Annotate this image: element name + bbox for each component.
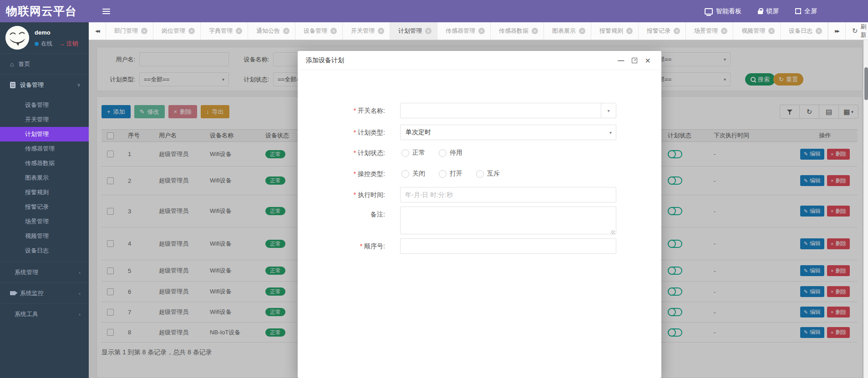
dialog-header[interactable]: 添加设备计划 — ↗ × — [298, 51, 661, 70]
sidebar-group[interactable]: 系统管理 ‹ — [0, 262, 89, 282]
radio-circle-icon[interactable] — [439, 170, 447, 178]
sidebar-group[interactable]: 系统工具 ‹ — [0, 303, 89, 324]
radio-circle-icon[interactable] — [439, 149, 447, 157]
sidebar-sub-item-item[interactable]: 设备管理 — [0, 98, 89, 112]
sidebar-group-device[interactable]: 设备管理 ∨ — [0, 74, 89, 95]
tab-close-icon[interactable]: × — [626, 28, 633, 34]
sidebar-sub-item-item[interactable]: 场景管理 — [0, 214, 89, 229]
monitor-icon — [705, 8, 713, 15]
tab-label: 部门管理 — [114, 27, 138, 35]
tab-close-icon[interactable]: × — [236, 28, 242, 34]
sidebar-sub-item-item[interactable]: 报警记录 — [0, 200, 89, 214]
tab[interactable]: 图表展示 × — [544, 22, 591, 40]
dialog-title: 添加设备计划 — [298, 56, 344, 65]
tab[interactable]: 岗位管理 × — [153, 22, 201, 40]
tab[interactable]: 开关管理 × — [343, 22, 390, 40]
tab-close-icon[interactable]: × — [674, 28, 680, 34]
radio-circle-icon[interactable] — [476, 170, 484, 178]
tab[interactable]: 视频管理 × — [733, 22, 781, 40]
tab-close-icon[interactable]: × — [425, 28, 431, 34]
tab-close-icon[interactable]: × — [721, 28, 727, 34]
tab-label: 通知公告 — [256, 27, 280, 35]
tab-close-icon[interactable]: × — [283, 28, 289, 34]
tab-close-icon[interactable]: × — [768, 28, 775, 34]
tabs-scroll-right-button[interactable]: ▶▶ — [828, 22, 846, 40]
avatar[interactable] — [5, 26, 29, 50]
top-menu-item[interactable]: 锁屏 — [758, 7, 779, 15]
sidebar-sub-item-item[interactable]: 开关管理 — [0, 112, 89, 127]
tab[interactable]: 部门管理 × — [106, 22, 153, 40]
remark-textarea[interactable] — [400, 207, 616, 234]
scrollbar-thumb[interactable] — [864, 67, 868, 100]
tab-label: 传感器管理 — [446, 27, 475, 35]
plan-status-radio-group: 正常 停用 — [401, 148, 476, 157]
tab-close-icon[interactable]: × — [141, 28, 147, 34]
tab[interactable]: 场景管理 × — [686, 22, 733, 40]
tab[interactable]: 设备管理 × — [295, 22, 343, 40]
tab-label: 视频管理 — [741, 27, 765, 35]
tab[interactable]: 计划管理 × — [390, 22, 437, 40]
sidebar-sub-item-active[interactable]: 计划管理 — [0, 127, 89, 141]
maximize-icon[interactable]: ↗ — [632, 58, 637, 63]
switch-name-label: *开关名称: — [298, 103, 385, 118]
minimize-icon[interactable]: — — [618, 57, 624, 64]
tab-close-icon[interactable]: × — [188, 28, 195, 34]
radio-circle-icon[interactable] — [401, 149, 409, 157]
logout-link[interactable]: → 注销 — [59, 40, 78, 48]
radio-option[interactable]: 打开 — [439, 170, 462, 178]
user-name: demo — [35, 29, 78, 36]
sidebar-sub-item-item[interactable]: 设备日志 — [0, 243, 89, 258]
plan-type-select[interactable]: 单次定时 ▾ — [400, 125, 616, 140]
order-no-input[interactable] — [400, 238, 616, 254]
tab-label: 设备日志 — [789, 27, 812, 35]
radio-circle-icon[interactable] — [401, 170, 409, 178]
order-no-label: *顺序号: — [298, 238, 385, 254]
sidebar-sub-item-item[interactable]: 传感器管理 — [0, 141, 89, 156]
control-type-radio-group: 关闭 打开 互斥 — [401, 169, 513, 178]
sidebar-sub-item-item[interactable]: 传感器数据 — [0, 156, 89, 171]
sidebar-sub-item-item[interactable]: 视频管理 — [0, 229, 89, 243]
exec-time-input[interactable] — [400, 187, 616, 202]
logout-label: 注销 — [66, 40, 78, 48]
sidebar-nav: ⌂ 首页 设备管理 ∨ 设备管理 开关管理 计划管理 传感器管理 — [0, 53, 89, 324]
tab[interactable]: 报警记录 × — [639, 22, 686, 40]
refresh-icon: ↻ — [852, 27, 858, 35]
tab[interactable]: 传感器管理 × — [437, 22, 491, 40]
vertical-scrollbar[interactable] — [863, 40, 868, 378]
tab[interactable]: 通知公告 × — [248, 22, 295, 40]
textarea-resize-handle[interactable] — [611, 230, 615, 234]
sidebar-sub-item-item[interactable]: 报警规则 — [0, 185, 89, 200]
radio-option[interactable]: 正常 — [401, 149, 425, 157]
online-dot-icon — [35, 42, 39, 46]
top-menu-item[interactable]: 智能看板 — [705, 7, 741, 15]
group-label: 系统管理 — [15, 268, 74, 277]
switch-name-input[interactable] — [401, 103, 601, 118]
tab-label: 报警规则 — [599, 27, 623, 35]
tab[interactable]: 字典管理 × — [201, 22, 248, 40]
tab-close-icon[interactable]: × — [532, 28, 538, 34]
radio-option[interactable]: 互斥 — [476, 170, 500, 178]
sidebar-group[interactable]: 系统监控 ‹ — [0, 282, 89, 303]
tab[interactable]: 报警规则 × — [591, 22, 639, 40]
tab-close-icon[interactable]: × — [378, 28, 384, 34]
close-icon[interactable]: × — [645, 56, 650, 65]
tab-close-icon[interactable]: × — [579, 28, 585, 34]
tabs-scroll-left-button[interactable]: ◀◀ — [89, 22, 106, 40]
hamburger-menu-icon[interactable] — [102, 9, 110, 14]
chevron-left-icon: ‹ — [79, 312, 81, 317]
sub-item-label: 计划管理 — [25, 130, 49, 138]
tab[interactable]: 设备日志 × — [781, 22, 828, 40]
tab-close-icon[interactable]: × — [330, 28, 337, 34]
tab-close-icon[interactable]: × — [816, 28, 822, 34]
top-menu-item[interactable]: 全屏 — [795, 7, 817, 15]
refresh-tab-button[interactable]: ↻ 刷新 — [846, 22, 868, 40]
sidebar-sub-item-item[interactable]: 图表展示 — [0, 171, 89, 185]
remark-label: 备注: — [298, 207, 385, 222]
tab-close-icon[interactable]: × — [478, 28, 485, 34]
combobox-dropdown-button[interactable]: ▾ — [601, 103, 616, 118]
radio-option[interactable]: 关闭 — [401, 170, 425, 178]
sidebar-item-home[interactable]: ⌂ 首页 — [0, 53, 89, 74]
tab[interactable]: 传感器数据 × — [491, 22, 544, 40]
radio-option[interactable]: 停用 — [439, 149, 462, 157]
plan-type-label: *计划类型: — [298, 125, 385, 140]
